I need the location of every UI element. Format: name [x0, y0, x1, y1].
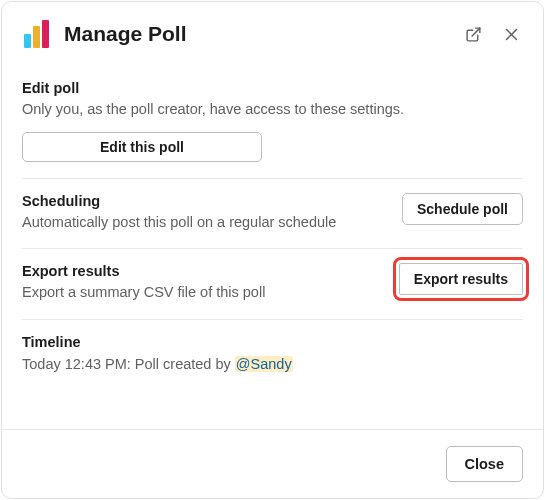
manage-poll-modal: Manage Poll Edit poll Only you, as the p…	[1, 1, 544, 499]
modal-body: Edit poll Only you, as the poll creator,…	[2, 62, 543, 429]
timeline-section: Timeline Today 12:43 PM: Poll created by…	[22, 320, 523, 388]
close-button[interactable]: Close	[446, 446, 524, 482]
poll-app-icon	[24, 20, 52, 48]
user-mention[interactable]: @Sandy	[235, 356, 293, 372]
export-results-desc: Export a summary CSV file of this poll	[22, 283, 387, 303]
header-actions	[463, 24, 521, 44]
close-icon[interactable]	[501, 24, 521, 44]
export-results-section: Export results Export a summary CSV file…	[22, 249, 523, 320]
scheduling-desc: Automatically post this poll on a regula…	[22, 213, 390, 233]
timeline-entry-text: Today 12:43 PM: Poll created by	[22, 356, 235, 372]
modal-footer: Close	[2, 429, 543, 498]
export-results-button[interactable]: Export results	[399, 263, 523, 295]
modal-title: Manage Poll	[64, 22, 451, 46]
edit-poll-title: Edit poll	[22, 80, 523, 96]
export-results-title: Export results	[22, 263, 387, 279]
scheduling-section: Scheduling Automatically post this poll …	[22, 179, 523, 250]
popout-icon[interactable]	[463, 24, 483, 44]
edit-poll-desc: Only you, as the poll creator, have acce…	[22, 100, 523, 120]
edit-this-poll-button[interactable]: Edit this poll	[22, 132, 262, 162]
timeline-entry: Today 12:43 PM: Poll created by @Sandy	[22, 356, 523, 372]
svg-line-0	[472, 28, 480, 36]
scheduling-title: Scheduling	[22, 193, 390, 209]
timeline-title: Timeline	[22, 334, 523, 350]
schedule-poll-button[interactable]: Schedule poll	[402, 193, 523, 225]
modal-header: Manage Poll	[2, 2, 543, 62]
edit-poll-section: Edit poll Only you, as the poll creator,…	[22, 66, 523, 179]
